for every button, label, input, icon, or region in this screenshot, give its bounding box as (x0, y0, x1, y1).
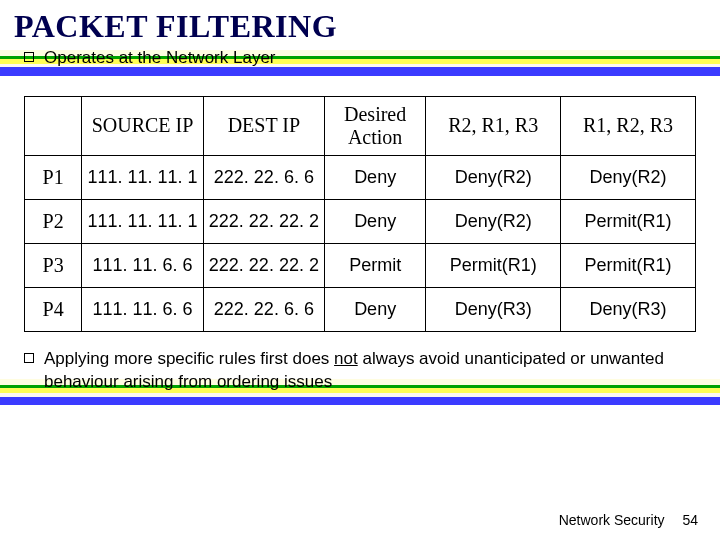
cell-rowid: P1 (25, 155, 82, 199)
table-row: P2 111. 11. 11. 1 222. 22. 22. 2 Deny De… (25, 199, 696, 243)
cell-rowid: P4 (25, 287, 82, 331)
cell-order2: Permit(R1) (561, 199, 696, 243)
cell-desired: Deny (325, 155, 426, 199)
col-desired-action: Desired Action (325, 96, 426, 155)
cell-dst: 222. 22. 6. 6 (203, 155, 324, 199)
cell-rowid: P3 (25, 243, 82, 287)
square-bullet-icon (24, 52, 34, 62)
cell-order1: Deny(R3) (426, 287, 561, 331)
slide-title: PACKET FILTERING (0, 0, 720, 45)
cell-order1: Deny(R2) (426, 155, 561, 199)
note-text: Applying more specific rules first does … (44, 348, 694, 394)
cell-src: 111. 11. 11. 1 (82, 199, 203, 243)
note-block: Applying more specific rules first does … (0, 332, 720, 394)
cell-order1: Deny(R2) (426, 199, 561, 243)
cell-dst: 222. 22. 6. 6 (203, 287, 324, 331)
bullet-text: Operates at the Network Layer (44, 47, 276, 70)
note-pre: Applying more specific rules first does (44, 349, 334, 368)
filtering-table-wrap: SOURCE IP DEST IP Desired Action R2, R1,… (0, 70, 720, 332)
note-underline: not (334, 349, 358, 368)
slide-footer: Network Security 54 (559, 512, 698, 528)
cell-desired: Permit (325, 243, 426, 287)
cell-src: 111. 11. 11. 1 (82, 155, 203, 199)
col-dest-ip: DEST IP (203, 96, 324, 155)
col-order-123: R1, R2, R3 (561, 96, 696, 155)
table-row: P3 111. 11. 6. 6 222. 22. 22. 2 Permit P… (25, 243, 696, 287)
col-blank (25, 96, 82, 155)
cell-order2: Deny(R2) (561, 155, 696, 199)
table-row: P1 111. 11. 11. 1 222. 22. 6. 6 Deny Den… (25, 155, 696, 199)
cell-dst: 222. 22. 22. 2 (203, 199, 324, 243)
cell-desired: Deny (325, 287, 426, 331)
cell-order1: Permit(R1) (426, 243, 561, 287)
cell-order2: Permit(R1) (561, 243, 696, 287)
footer-label: Network Security (559, 512, 665, 528)
square-bullet-icon (24, 353, 34, 363)
col-order-213: R2, R1, R3 (426, 96, 561, 155)
table-row: P4 111. 11. 6. 6 222. 22. 6. 6 Deny Deny… (25, 287, 696, 331)
cell-order2: Deny(R3) (561, 287, 696, 331)
bullet-operates: Operates at the Network Layer (0, 45, 720, 70)
cell-desired: Deny (325, 199, 426, 243)
cell-dst: 222. 22. 22. 2 (203, 243, 324, 287)
slide: PACKET FILTERING Operates at the Network… (0, 0, 720, 540)
col-source-ip: SOURCE IP (82, 96, 203, 155)
cell-src: 111. 11. 6. 6 (82, 287, 203, 331)
cell-rowid: P2 (25, 199, 82, 243)
cell-src: 111. 11. 6. 6 (82, 243, 203, 287)
bullet-note: Applying more specific rules first does … (24, 346, 694, 394)
filtering-table: SOURCE IP DEST IP Desired Action R2, R1,… (24, 96, 696, 332)
table-header-row: SOURCE IP DEST IP Desired Action R2, R1,… (25, 96, 696, 155)
page-number: 54 (682, 512, 698, 528)
